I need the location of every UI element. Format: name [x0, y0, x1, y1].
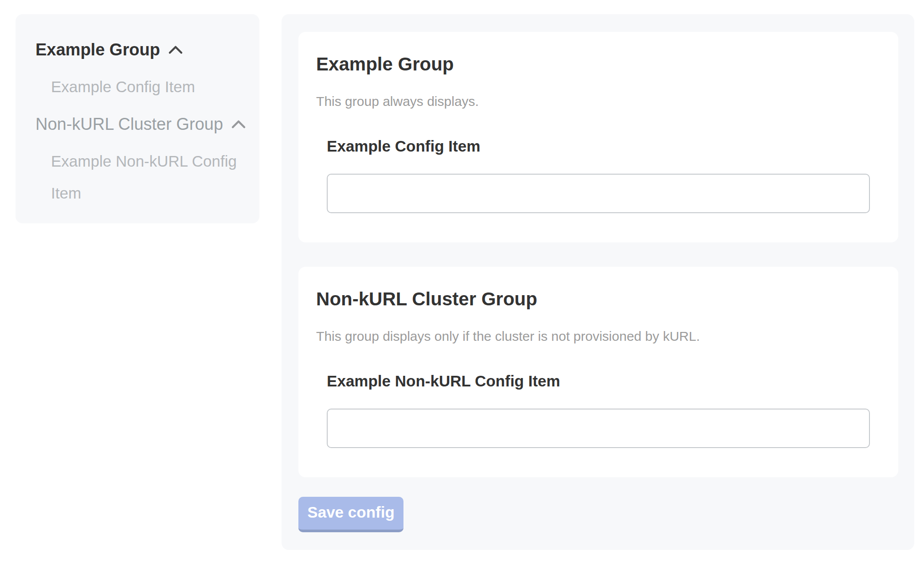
chevron-up-icon — [231, 119, 246, 129]
sidebar-item-example-config-item[interactable]: Example Config Item — [51, 71, 246, 103]
sidebar-item-example-non-kurl-config-item[interactable]: Example Non-kURL Config Item — [51, 145, 246, 209]
group-description: This group always displays. — [316, 93, 870, 110]
field-label: Example Config Item — [327, 136, 870, 156]
sidebar-group-label: Example Group — [35, 34, 160, 66]
sidebar-group-label: Non-kURL Cluster Group — [35, 108, 223, 140]
sidebar-group-non-kurl-cluster-group[interactable]: Non-kURL Cluster Group — [35, 108, 246, 140]
sidebar-group-example-group[interactable]: Example Group — [35, 34, 246, 66]
config-field: Example Config Item — [327, 136, 870, 213]
config-text-input-example-config-item[interactable] — [327, 174, 870, 213]
group-title: Example Group — [316, 53, 870, 75]
config-text-input-example-non-kurl-config-item[interactable] — [327, 409, 870, 448]
config-group-card-non-kurl-cluster-group: Non-kURL Cluster Group This group displa… — [298, 267, 898, 477]
save-config-button[interactable]: Save config — [298, 497, 403, 532]
group-description: This group displays only if the cluster … — [316, 328, 870, 345]
config-page: Example Group Example Config Item Non-kU… — [0, 0, 924, 577]
config-group-card-example-group: Example Group This group always displays… — [298, 32, 898, 242]
config-main-panel: Example Group This group always displays… — [282, 14, 914, 550]
field-label: Example Non-kURL Config Item — [327, 371, 870, 391]
config-nav-sidebar: Example Group Example Config Item Non-kU… — [16, 14, 259, 223]
group-title: Non-kURL Cluster Group — [316, 288, 870, 310]
chevron-up-icon — [168, 45, 183, 55]
config-field: Example Non-kURL Config Item — [327, 371, 870, 448]
